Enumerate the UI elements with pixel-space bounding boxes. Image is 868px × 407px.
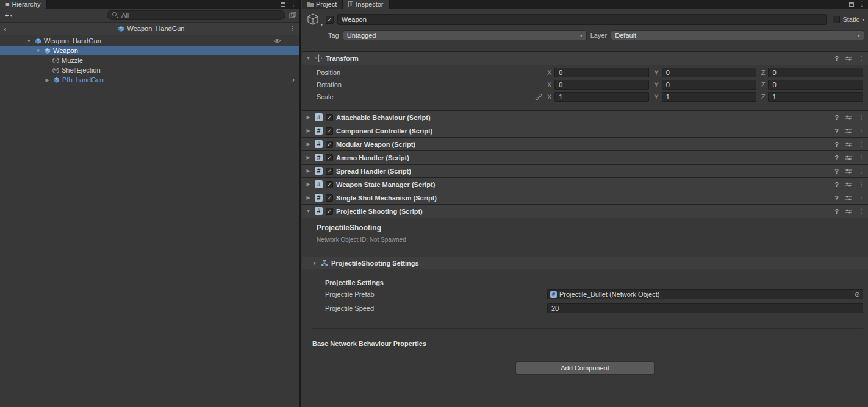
panel-menu-icon[interactable]: ⋮ xyxy=(290,1,296,7)
position-z-field[interactable]: 0 xyxy=(768,68,863,77)
help-icon[interactable]: ? xyxy=(834,141,839,148)
hierarchy-item-muzzle[interactable]: Muzzle xyxy=(0,55,299,65)
transform-header[interactable]: ▼ Transform ? ⋮ xyxy=(302,51,868,65)
tab-inspector[interactable]: Inspector xyxy=(343,0,389,9)
presets-icon[interactable] xyxy=(845,115,852,121)
component-menu-icon[interactable]: ⋮ xyxy=(858,208,864,214)
tab-project[interactable]: Project xyxy=(302,0,343,9)
position-x-field[interactable]: 0 xyxy=(554,68,649,77)
foldout-closed-icon[interactable]: ▶ xyxy=(305,182,312,187)
foldout-open-icon[interactable]: ▼ xyxy=(26,38,32,44)
enabled-checkbox[interactable]: ✓ xyxy=(326,114,333,121)
pick-window-icon[interactable] xyxy=(289,12,296,19)
gameobject-icon-button[interactable]: ▾ xyxy=(306,13,322,26)
foldout-open-icon[interactable]: ▼ xyxy=(311,261,318,266)
maximize-icon[interactable] xyxy=(281,2,285,7)
rotation-z-field[interactable]: 0 xyxy=(768,80,863,90)
component-single-shot-mechanism[interactable]: ▶ # ✓ Single Shot Mechanism (Script) ? ⋮ xyxy=(302,191,868,204)
static-checkbox[interactable] xyxy=(833,16,840,23)
help-icon[interactable]: ? xyxy=(834,55,839,62)
foldout-closed-icon[interactable]: ▶ xyxy=(305,195,312,200)
add-component-button[interactable]: Add Component xyxy=(515,361,655,375)
presets-icon[interactable] xyxy=(845,55,852,62)
component-menu-icon[interactable]: ⋮ xyxy=(858,55,864,62)
add-object-button[interactable]: + ▾ xyxy=(3,12,14,19)
component-menu-icon[interactable]: ⋮ xyxy=(858,155,864,161)
projectile-speed-field[interactable]: 20 xyxy=(547,303,863,313)
presets-icon[interactable] xyxy=(845,182,852,188)
component-menu-icon[interactable]: ⋮ xyxy=(858,141,864,147)
presets-icon[interactable] xyxy=(845,128,852,134)
component-menu-icon[interactable]: ⋮ xyxy=(858,182,864,188)
help-icon[interactable]: ? xyxy=(834,154,839,161)
gameobject-name-field[interactable]: Weapon xyxy=(337,14,827,25)
active-checkbox[interactable]: ✓ xyxy=(326,16,334,24)
component-ammo-handler[interactable]: ▶ # ✓ Ammo Handler (Script) ? ⋮ xyxy=(302,150,868,164)
enabled-checkbox[interactable]: ✓ xyxy=(326,181,333,188)
help-icon[interactable]: ? xyxy=(834,194,839,202)
projectile-settings-foldout[interactable]: ▼ ProjectileShooting Settings xyxy=(302,257,868,269)
presets-icon[interactable] xyxy=(845,168,852,174)
help-icon[interactable]: ? xyxy=(834,127,839,135)
component-projectile-shooting[interactable]: ▼ # ✓ Projectile Shooting (Script) ? ⋮ xyxy=(302,204,868,218)
component-title: Spread Handler (Script) xyxy=(336,168,411,175)
enabled-checkbox[interactable]: ✓ xyxy=(326,168,333,175)
component-menu-icon[interactable]: ⋮ xyxy=(858,115,864,121)
hierarchy-item-pfb-handgun[interactable]: ▶ Pfb_handGun › xyxy=(0,75,299,85)
layer-dropdown[interactable]: Default ▾ xyxy=(611,30,864,40)
component-menu-icon[interactable]: ⋮ xyxy=(858,128,864,134)
projectile-prefab-object-field[interactable]: # Projectile_Bullet (Network Object) ⊙ xyxy=(547,289,863,299)
breadcrumb[interactable]: Weapon_HandGun xyxy=(12,25,290,32)
panel-menu-icon[interactable]: ⋮ xyxy=(859,1,865,7)
help-icon[interactable]: ? xyxy=(834,181,839,188)
rotation-y-field[interactable]: 0 xyxy=(662,80,756,90)
foldout-closed-icon[interactable]: ▶ xyxy=(305,128,312,133)
tag-dropdown[interactable]: Untagged ▾ xyxy=(343,30,587,40)
hierarchy-item-weapon-handgun[interactable]: ▼ Weapon_HandGun xyxy=(0,36,299,46)
component-component-controller[interactable]: ▶ # ✓ Component Controller (Script) ? ⋮ xyxy=(302,124,868,137)
enabled-checkbox[interactable]: ✓ xyxy=(326,208,333,215)
component-attachable-behaviour[interactable]: ▶ # ✓ Attachable Behaviour (Script) ? ⋮ xyxy=(302,110,868,124)
hierarchy-item-shellejection[interactable]: ShellEjection xyxy=(0,65,299,75)
link-scale-icon[interactable] xyxy=(535,93,542,101)
scene-visibility-icon[interactable] xyxy=(273,38,281,44)
foldout-closed-icon[interactable]: ▶ xyxy=(305,141,312,147)
open-prefab-icon[interactable]: › xyxy=(292,76,295,84)
foldout-closed-icon[interactable]: ▶ xyxy=(305,115,312,120)
enabled-checkbox[interactable]: ✓ xyxy=(326,127,333,135)
kebab-menu-icon[interactable]: ⋮ xyxy=(290,26,296,32)
presets-icon[interactable] xyxy=(845,155,852,161)
scale-z-field[interactable]: 1 xyxy=(768,92,863,102)
enabled-checkbox[interactable]: ✓ xyxy=(326,194,333,202)
search-input[interactable]: All xyxy=(107,10,285,20)
foldout-closed-icon[interactable]: ▶ xyxy=(44,77,51,83)
presets-icon[interactable] xyxy=(845,195,852,201)
component-menu-icon[interactable]: ⋮ xyxy=(858,168,864,174)
object-picker-icon[interactable]: ⊙ xyxy=(855,291,860,299)
foldout-closed-icon[interactable]: ▶ xyxy=(305,168,312,174)
scale-y-field[interactable]: 1 xyxy=(662,92,756,102)
chevron-down-icon[interactable]: ▾ xyxy=(862,17,864,23)
component-menu-icon[interactable]: ⋮ xyxy=(858,195,864,201)
component-spread-handler[interactable]: ▶ # ✓ Spread Handler (Script) ? ⋮ xyxy=(302,164,868,177)
tab-hierarchy[interactable]: ≡ Hierarchy xyxy=(0,0,47,9)
foldout-closed-icon[interactable]: ▶ xyxy=(305,155,312,160)
foldout-open-icon[interactable]: ▼ xyxy=(305,208,312,214)
enabled-checkbox[interactable]: ✓ xyxy=(326,154,333,161)
foldout-open-icon[interactable]: ▼ xyxy=(35,48,41,54)
hierarchy-item-weapon[interactable]: ▼ Weapon xyxy=(0,46,299,55)
position-y-field[interactable]: 0 xyxy=(662,68,756,77)
help-icon[interactable]: ? xyxy=(834,208,839,215)
component-weapon-state-manager[interactable]: ▶ # ✓ Weapon State Manager (Script) ? ⋮ xyxy=(302,177,868,191)
maximize-icon[interactable] xyxy=(849,2,854,7)
rotation-x-field[interactable]: 0 xyxy=(554,80,649,90)
back-arrow-icon[interactable]: ‹ xyxy=(4,24,12,34)
help-icon[interactable]: ? xyxy=(834,168,839,175)
foldout-open-icon[interactable]: ▼ xyxy=(305,55,312,61)
scale-x-field[interactable]: 1 xyxy=(554,92,649,102)
presets-icon[interactable] xyxy=(845,208,852,214)
presets-icon[interactable] xyxy=(845,141,852,147)
component-modular-weapon[interactable]: ▶ # ✓ Modular Weapon (Script) ? ⋮ xyxy=(302,137,868,150)
enabled-checkbox[interactable]: ✓ xyxy=(326,141,333,148)
help-icon[interactable]: ? xyxy=(834,114,839,121)
